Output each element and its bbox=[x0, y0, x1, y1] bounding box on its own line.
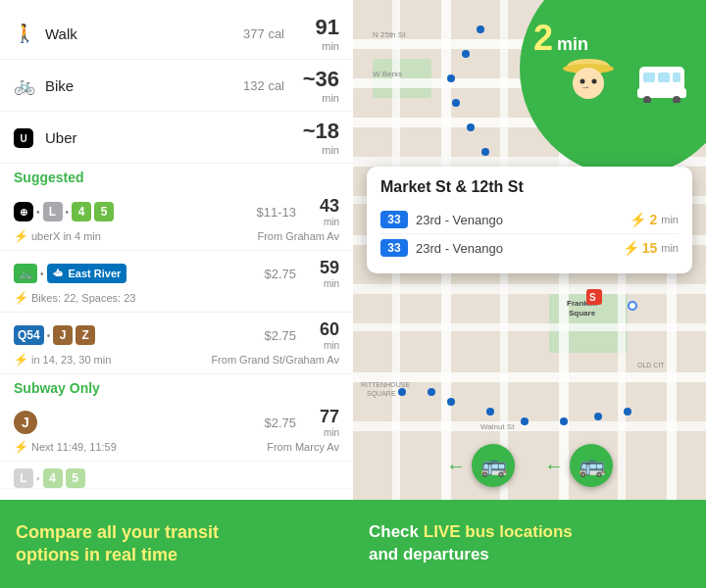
suggested-0-time: 43 bbox=[304, 196, 339, 217]
suggested-0-sub1: uberX in 4 min bbox=[31, 230, 101, 242]
walk-cal: 377 cal bbox=[243, 26, 284, 41]
subway-0-sub2: From Marcy Av bbox=[267, 441, 339, 453]
svg-point-20 bbox=[462, 50, 470, 58]
svg-point-22 bbox=[452, 99, 460, 107]
svg-point-31 bbox=[560, 417, 568, 425]
suggested-0-unit: min bbox=[304, 217, 339, 227]
suggested-0-price: $11-13 bbox=[257, 205, 296, 220]
uber-row[interactable]: U Uber ~18 min bbox=[0, 112, 353, 164]
dep-0-lightning: ⚡ bbox=[630, 212, 646, 227]
dep-0-unit: min bbox=[661, 214, 679, 225]
uber-icon: U bbox=[14, 126, 45, 149]
svg-text:RITTENHOUSE: RITTENHOUSE bbox=[361, 381, 411, 388]
bottom-bus-row: ← 🚌 ← 🚌 bbox=[353, 441, 706, 490]
left-tagline-highlight: in real time bbox=[84, 545, 177, 564]
chip-45-partial: 4 bbox=[43, 468, 63, 488]
chip-5: 5 bbox=[94, 202, 114, 221]
uber-label: Uber bbox=[45, 129, 284, 146]
left-panel: 🚶 Walk 377 cal 91 min 🚲 Bike 132 cal ~36… bbox=[0, 0, 353, 588]
subway-0-unit: min bbox=[304, 427, 339, 438]
bike-label: Bike bbox=[45, 77, 243, 94]
chip-j-subway: J bbox=[14, 411, 37, 434]
svg-text:→: → bbox=[580, 81, 590, 92]
departure-row-0: 33 23rd - Venango ⚡ 2 min bbox=[380, 206, 679, 234]
suggested-1-price: $2.75 bbox=[264, 267, 296, 281]
svg-rect-60 bbox=[673, 73, 681, 82]
svg-point-54 bbox=[592, 79, 597, 84]
promo-time: 2 bbox=[533, 18, 553, 59]
dep-0-time: ⚡ 2 min bbox=[630, 212, 679, 227]
chip-ferry: ⛴ East River bbox=[47, 264, 127, 283]
svg-point-27 bbox=[428, 388, 435, 396]
svg-point-30 bbox=[521, 417, 529, 425]
ferry-label: East River bbox=[69, 268, 122, 279]
walk-icon: 🚶 bbox=[14, 23, 45, 44]
walk-unit: min bbox=[296, 40, 339, 52]
right-tagline-plain2: and departures bbox=[369, 545, 489, 564]
svg-point-23 bbox=[467, 123, 475, 131]
svg-text:N 25th St: N 25th St bbox=[373, 30, 406, 39]
right-tagline-highlight: LIVE bus locations bbox=[424, 522, 573, 541]
suggested-row-1[interactable]: 🚲 • ⛴ East River $2.75 59 min ⚡ Bikes: 2… bbox=[0, 251, 353, 313]
bike-row[interactable]: 🚲 Bike 132 cal ~36 min bbox=[0, 60, 353, 112]
svg-text:OLD CIT: OLD CIT bbox=[637, 362, 665, 368]
right-tagline: Check LIVE bus locations and departures bbox=[369, 521, 573, 566]
left-tagline-line1: Compare all your transit bbox=[16, 522, 219, 542]
bike-cal: 132 cal bbox=[243, 78, 284, 93]
dep-1-route: 33 bbox=[380, 239, 408, 257]
subway-0-time: 77 bbox=[304, 407, 339, 427]
suggested-1-time: 59 bbox=[304, 258, 339, 278]
left-tagline: Compare all your transit options in real… bbox=[16, 521, 219, 567]
svg-point-48 bbox=[630, 303, 635, 309]
dep-0-dest: 23rd - Venango bbox=[416, 213, 622, 227]
suggested-1-sub1: Bikes: 22, Spaces: 23 bbox=[31, 292, 135, 304]
chip-j-2: J bbox=[53, 325, 73, 345]
chip-bike: 🚲 bbox=[14, 264, 37, 283]
dep-0-route: 33 bbox=[380, 211, 408, 228]
bus-icon-promo bbox=[637, 59, 686, 107]
right-bottom-bar: Check LIVE bus locations and departures bbox=[353, 500, 706, 588]
live-icon-1: ⚡ bbox=[14, 291, 28, 305]
suggested-2-time: 60 bbox=[304, 319, 339, 340]
svg-point-19 bbox=[477, 25, 484, 33]
subway-0-sub1: Next 11:49, 11:59 bbox=[31, 441, 117, 453]
suggested-header: Suggested bbox=[0, 164, 353, 189]
svg-point-33 bbox=[624, 408, 631, 416]
suggested-2-unit: min bbox=[304, 340, 339, 351]
right-tagline-plain: Check bbox=[369, 522, 424, 541]
subway-row-0[interactable]: J $2.75 77 min ⚡ Next 11:49, 11:59 From … bbox=[0, 400, 353, 462]
bike-unit: min bbox=[296, 92, 339, 104]
arrow-left-1: ← bbox=[446, 455, 466, 477]
svg-text:Walnut St: Walnut St bbox=[480, 422, 515, 431]
svg-rect-59 bbox=[658, 73, 670, 82]
departure-row-1: 33 23rd - Venango ⚡ 15 min bbox=[380, 234, 679, 262]
bus-stop-icon-2: 🚌 bbox=[570, 444, 613, 487]
left-tagline-line2-plain: options bbox=[16, 545, 84, 564]
svg-rect-58 bbox=[643, 73, 655, 82]
svg-text:SQUARE: SQUARE bbox=[367, 390, 396, 398]
svg-point-26 bbox=[398, 388, 406, 396]
suggested-row-0[interactable]: ⊕ • L • 4 5 $11-13 43 min ⚡ uberX in 4 m… bbox=[0, 189, 353, 251]
transit-list: 🚶 Walk 377 cal 91 min 🚲 Bike 132 cal ~36… bbox=[0, 0, 353, 500]
subway-row-partial[interactable]: L • 4 5 bbox=[0, 462, 353, 489]
suggested-row-2[interactable]: Q54 • J Z $2.75 60 min ⚡ in 14, 23, 30 m… bbox=[0, 313, 353, 374]
walk-label: Walk bbox=[45, 25, 243, 42]
dep-1-unit: min bbox=[661, 242, 679, 254]
chip-uber: ⊕ bbox=[14, 202, 33, 221]
live-icon-subway: ⚡ bbox=[14, 440, 28, 454]
popup-card[interactable]: Market St & 12th St 33 23rd - Venango ⚡ … bbox=[367, 167, 692, 273]
svg-point-29 bbox=[486, 408, 494, 416]
svg-text:W Berks: W Berks bbox=[373, 70, 402, 78]
live-icon-2: ⚡ bbox=[14, 353, 28, 367]
stop-name: Market St & 12th St bbox=[380, 178, 679, 196]
svg-text:S: S bbox=[589, 292, 596, 303]
suggested-2-sub2: From Grand St/Graham Av bbox=[211, 354, 339, 366]
walk-time: 91 bbox=[296, 15, 339, 40]
svg-rect-10 bbox=[353, 323, 706, 331]
chip-4: 4 bbox=[72, 202, 91, 221]
walk-row[interactable]: 🚶 Walk 377 cal 91 min bbox=[0, 8, 353, 60]
dep-1-lightning: ⚡ bbox=[623, 240, 639, 256]
suggested-0-sub2: From Graham Av bbox=[257, 230, 339, 242]
chip-5-partial: 5 bbox=[66, 468, 85, 488]
svg-rect-9 bbox=[353, 284, 706, 294]
